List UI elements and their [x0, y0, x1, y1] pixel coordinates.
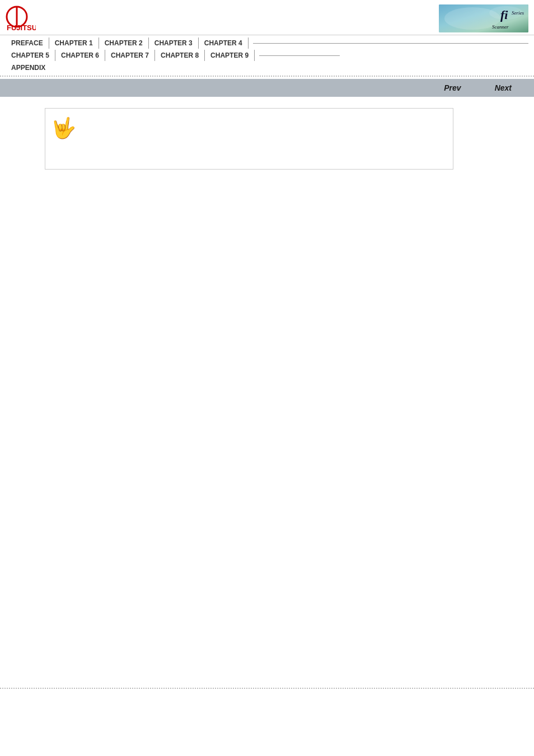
page-header: FUJITSU fi	[0, 0, 534, 35]
nav-chapter-3[interactable]: CHAPTER 3	[149, 37, 199, 49]
nav-chapter-7[interactable]: CHAPTER 7	[105, 50, 155, 61]
nav-chapter-8[interactable]: CHAPTER 8	[155, 50, 205, 61]
fujitsu-logo-svg: FUJITSU	[6, 6, 36, 31]
svg-text:FUJITSU: FUJITSU	[7, 24, 36, 31]
nav-buttons-bar: Prev Next	[0, 79, 534, 97]
fi-series-bg-svg: fi Series Scanner	[439, 4, 528, 32]
nav-chapter-5[interactable]: CHAPTER 5	[6, 50, 55, 61]
bottom-separator	[0, 688, 534, 689]
nav-row-2: CHAPTER 5 CHAPTER 6 CHAPTER 7 CHAPTER 8 …	[6, 50, 528, 61]
nav-chapter-4[interactable]: CHAPTER 4	[199, 37, 249, 49]
nav-chapter-1[interactable]: CHAPTER 1	[49, 37, 99, 49]
nav-row2-line	[259, 55, 340, 56]
next-button[interactable]: Next	[478, 81, 528, 95]
nav-preface[interactable]: PREFACE	[6, 37, 49, 49]
nav-chapter-9[interactable]: CHAPTER 9	[205, 50, 255, 61]
nav-row-3: APPENDIX	[6, 62, 528, 73]
nav-appendix[interactable]: APPENDIX	[6, 62, 51, 73]
navigation-area: PREFACE CHAPTER 1 CHAPTER 2 CHAPTER 3 CH…	[0, 37, 534, 73]
fi-series-logo: fi Series Scanner	[439, 4, 528, 32]
top-separator	[0, 76, 534, 77]
content-box: 🤟	[45, 108, 453, 170]
hand-icon: 🤟	[51, 116, 76, 140]
nav-chapter-6[interactable]: CHAPTER 6	[55, 50, 105, 61]
svg-text:fi: fi	[500, 8, 508, 22]
svg-text:Scanner: Scanner	[492, 24, 509, 30]
fujitsu-logo: FUJITSU	[6, 6, 36, 31]
svg-text:Series: Series	[512, 10, 524, 16]
nav-row-1: PREFACE CHAPTER 1 CHAPTER 2 CHAPTER 3 CH…	[6, 37, 528, 49]
nav-chapter-2[interactable]: CHAPTER 2	[99, 37, 149, 49]
prev-button[interactable]: Prev	[427, 81, 477, 95]
nav-row1-line	[253, 43, 528, 44]
content-area: 🤟	[0, 97, 534, 181]
